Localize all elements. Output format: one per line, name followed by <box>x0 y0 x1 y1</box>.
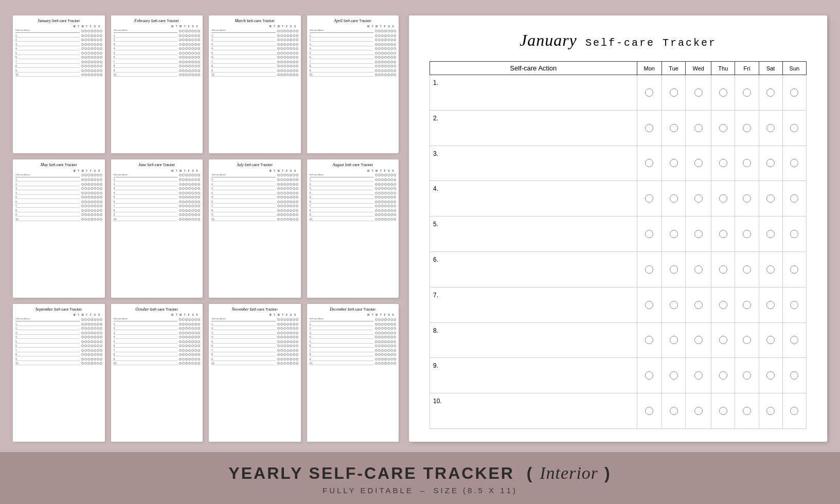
tracker-circle <box>670 230 678 238</box>
mini-data-row: 2. <box>15 327 102 330</box>
mini-data-row: 6. <box>310 344 397 348</box>
mini-data-row: 4. <box>211 191 298 195</box>
mini-data-row: 1. <box>310 178 397 182</box>
circle-thu-row-8 <box>711 322 735 358</box>
circle-wed-row-2 <box>686 110 711 146</box>
mini-data-row: 6. <box>114 56 201 59</box>
sat-header: Sat <box>759 62 782 75</box>
mini-data-row: 4. <box>15 335 102 339</box>
circle-sun-row-3 <box>782 146 806 181</box>
circle-fri-row-7 <box>735 287 759 322</box>
mini-action-header-row: Self-care Action <box>114 317 201 321</box>
mini-data-row: 2. <box>15 38 102 42</box>
mini-data-row: 1. <box>211 34 298 38</box>
mini-data-row: 1. <box>15 322 102 326</box>
circle-thu-row-4 <box>711 181 735 217</box>
mini-data-row: 9. <box>15 69 102 73</box>
mini-data-row: 7. <box>114 60 201 64</box>
mini-data-row: 5. <box>310 195 397 199</box>
mini-header-april: April Self-care Tracker <box>310 19 397 24</box>
mini-data-row: 2. <box>211 327 298 330</box>
mini-data-row: 3. <box>114 331 201 335</box>
tracker-circle <box>694 371 703 380</box>
tracker-circle <box>719 407 727 415</box>
mini-tracker-november: November Self-care TrackerMTWTFSSSelf-ca… <box>209 304 301 442</box>
table-row: 1. <box>430 75 807 111</box>
mini-data-row: 3. <box>211 43 298 46</box>
row-num-9: 9. <box>430 358 637 393</box>
tracker-circle <box>694 230 703 238</box>
mini-data-row: 5. <box>114 195 201 199</box>
mini-data-row: 3. <box>114 43 201 46</box>
mini-tracker-august: August Self-care TrackerMTWTFSSSelf-care… <box>307 159 399 297</box>
tracker-circle <box>743 159 751 167</box>
tracker-circle <box>743 301 751 309</box>
mini-action-header-row: Self-care Action <box>211 29 298 33</box>
mini-data-row: 3. <box>310 187 397 190</box>
banner-title-text: YEARLY SELF-CARE TRACKER <box>228 464 514 482</box>
tracker-circle <box>719 124 727 132</box>
circle-sun-row-2 <box>782 110 806 146</box>
tracker-circle <box>645 371 653 380</box>
mini-data-row: 1. <box>310 34 397 38</box>
circle-sat-row-6 <box>759 251 782 287</box>
circle-sat-row-2 <box>759 110 782 146</box>
tracker-circle <box>766 407 775 415</box>
tracker-circle <box>670 194 678 203</box>
mini-data-row: 5. <box>15 51 102 55</box>
mini-data-row: 10. <box>310 218 397 221</box>
circle-fri-row-2 <box>735 110 759 146</box>
banner-title: YEARLY SELF-CARE TRACKER ( Interior ) <box>10 463 830 483</box>
mini-data-row: 2. <box>310 183 397 186</box>
circle-mon-row-10 <box>637 393 662 429</box>
mini-header-february: February Self-care Tracker <box>114 19 201 24</box>
mini-data-row: 9. <box>310 69 397 73</box>
circle-wed-row-10 <box>686 393 711 429</box>
circle-mon-row-2 <box>637 110 662 146</box>
mini-header-january: January Self-care Tracker <box>15 19 102 24</box>
mini-action-header-row: Self-care Action <box>15 29 102 33</box>
mini-data-row: 5. <box>211 51 298 55</box>
mini-data-row: 3. <box>15 187 102 190</box>
mini-data-row: 5. <box>114 51 201 55</box>
large-table: Self-care Action Mon Tue Wed Thu Fri Sat… <box>430 61 807 429</box>
circle-tue-row-5 <box>662 217 686 252</box>
mini-data-row: 3. <box>211 331 298 335</box>
circle-fri-row-6 <box>735 251 759 287</box>
mini-data-row: 10. <box>211 362 298 365</box>
circle-sun-row-8 <box>782 322 806 358</box>
circle-sat-row-1 <box>759 75 782 111</box>
mini-data-row: 10. <box>310 73 397 77</box>
mini-data-row: 8. <box>211 64 298 68</box>
fri-header: Fri <box>735 62 759 75</box>
mini-action-header-row: Self-care Action <box>15 317 102 321</box>
mini-data-row: 9. <box>310 213 397 217</box>
mini-data-row: 6. <box>211 200 298 204</box>
mini-data-row: 2. <box>114 327 201 330</box>
mini-data-row: 9. <box>114 357 201 361</box>
circle-wed-row-4 <box>686 181 711 217</box>
mini-tracker-march: March Self-care TrackerMTWTFSSSelf-care … <box>209 15 301 153</box>
mini-action-header-row: Self-care Action <box>114 173 201 177</box>
row-num-5: 5. <box>430 217 637 252</box>
mini-data-row: 10. <box>15 218 102 221</box>
tracker-circle <box>694 407 703 415</box>
main-area: January Self-care TrackerMTWTFSSSelf-car… <box>0 0 840 452</box>
mini-action-header-row: Self-care Action <box>310 173 397 177</box>
mini-data-row: 8. <box>211 353 298 356</box>
mini-tracker-september: September Self-care TrackerMTWTFSSSelf-c… <box>13 304 105 442</box>
circle-thu-row-3 <box>711 146 735 181</box>
circle-sun-row-4 <box>782 181 806 217</box>
mini-data-row: 7. <box>15 204 102 208</box>
circle-thu-row-7 <box>711 287 735 322</box>
circle-sun-row-6 <box>782 251 806 287</box>
tracker-circle <box>645 159 653 167</box>
mini-data-row: 5. <box>15 195 102 199</box>
mini-action-header-row: Self-care Action <box>211 317 298 321</box>
mini-data-row: 8. <box>114 353 201 356</box>
mini-header-august: August Self-care Tracker <box>310 163 397 168</box>
large-tracker: January Self-care Tracker Self-care Acti… <box>409 15 827 442</box>
em-dash: – <box>420 486 426 495</box>
tracker-circle <box>743 88 751 97</box>
mini-data-row: 5. <box>15 340 102 344</box>
